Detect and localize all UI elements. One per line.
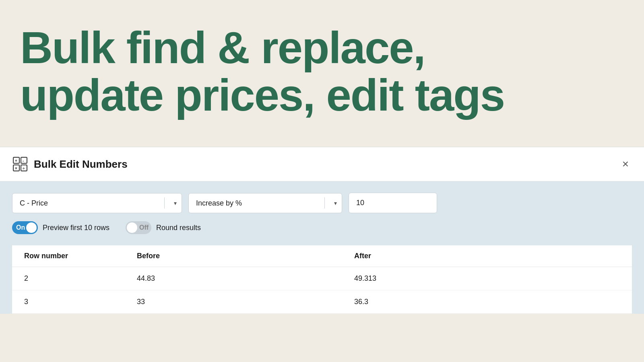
svg-rect-1: [21, 157, 27, 163]
select-divider: [164, 197, 165, 209]
preview-toggle[interactable]: on: [12, 221, 38, 234]
select-divider-2: [324, 197, 325, 209]
dialog-title: Bulk Edit Numbers: [34, 158, 128, 171]
col-header-row-number: Row number: [24, 252, 137, 260]
svg-text:÷: ÷: [23, 166, 25, 171]
hero-section: Bulk find & replace, update prices, edit…: [0, 0, 644, 147]
svg-text:-: -: [23, 158, 24, 163]
preview-toggle-label: Preview first 10 rows: [43, 224, 109, 232]
controls-row: C - Price A - Cost B - Compare Price ▾ I…: [12, 193, 632, 213]
cell-after-2: 36.3: [354, 298, 620, 306]
round-toggle-label: Round results: [156, 224, 201, 232]
cell-before-2: 33: [137, 298, 354, 306]
svg-text:+: +: [15, 158, 17, 163]
toggle-knob: [26, 222, 37, 233]
round-toggle-on-label: off: [139, 224, 149, 231]
bulk-edit-icon: + - × ÷: [12, 156, 28, 172]
column-select-wrapper: C - Price A - Cost B - Compare Price ▾: [12, 193, 182, 213]
cell-row-number-1: 2: [24, 274, 137, 283]
toggle-on-label: on: [16, 224, 25, 231]
operation-select-wrapper: Increase by % Decrease by % Set to value…: [188, 193, 342, 213]
round-toggle[interactable]: off: [126, 221, 151, 234]
round-toggle-group: off Round results: [126, 221, 201, 234]
cell-row-number-2: 3: [24, 298, 137, 306]
dialog-header-left: + - × ÷ Bulk Edit Numbers: [12, 156, 128, 172]
column-select[interactable]: C - Price A - Cost B - Compare Price: [12, 193, 182, 213]
bulk-edit-dialog: + - × ÷ Bulk Edit Numbers × C - Price A …: [0, 147, 644, 314]
close-button[interactable]: ×: [619, 157, 632, 171]
table-header-row: Row number Before After: [12, 245, 632, 267]
dialog-header: + - × ÷ Bulk Edit Numbers ×: [0, 147, 644, 181]
cell-after-1: 49.313: [354, 274, 620, 283]
col-header-after: After: [354, 252, 620, 260]
cell-before-1: 44.83: [137, 274, 354, 283]
svg-text:×: ×: [15, 166, 17, 171]
toggles-row: on Preview first 10 rows off Round resul…: [12, 221, 632, 234]
preview-toggle-group: on Preview first 10 rows: [12, 221, 109, 234]
amount-input[interactable]: [349, 193, 437, 213]
table-row: 3 33 36.3: [12, 290, 632, 314]
table-row: 2 44.83 49.313: [12, 267, 632, 290]
hero-title: Bulk find & replace, update prices, edit…: [20, 24, 624, 119]
dialog-body: C - Price A - Cost B - Compare Price ▾ I…: [0, 181, 644, 314]
preview-table: Row number Before After 2 44.83 49.313 3…: [12, 245, 632, 314]
col-header-before: Before: [137, 252, 354, 260]
round-toggle-knob: [127, 222, 137, 233]
operation-select[interactable]: Increase by % Decrease by % Set to value…: [189, 193, 342, 213]
